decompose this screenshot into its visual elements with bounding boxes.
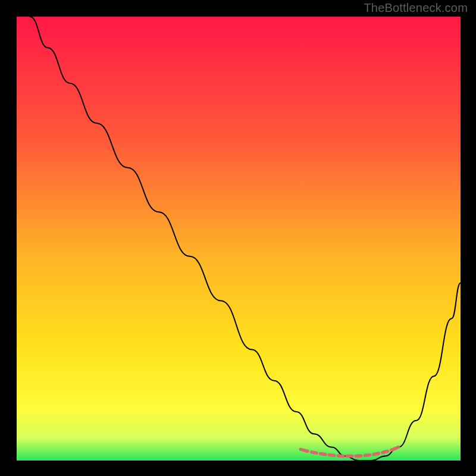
svg-line-9 bbox=[383, 451, 387, 452]
svg-line-7 bbox=[365, 455, 369, 456]
svg-point-11 bbox=[299, 448, 303, 452]
chart-frame: TheBottleneck.com bbox=[0, 0, 476, 476]
svg-point-12 bbox=[397, 446, 400, 449]
svg-line-0 bbox=[303, 450, 308, 451]
svg-line-8 bbox=[374, 453, 378, 455]
plot-area bbox=[17, 17, 461, 461]
watermark-label: TheBottleneck.com bbox=[364, 1, 468, 15]
svg-line-10 bbox=[392, 448, 396, 450]
chart-svg bbox=[17, 17, 461, 461]
svg-line-1 bbox=[312, 452, 317, 453]
gradient-background bbox=[17, 17, 461, 461]
svg-line-2 bbox=[321, 454, 325, 455]
svg-line-3 bbox=[329, 455, 334, 456]
